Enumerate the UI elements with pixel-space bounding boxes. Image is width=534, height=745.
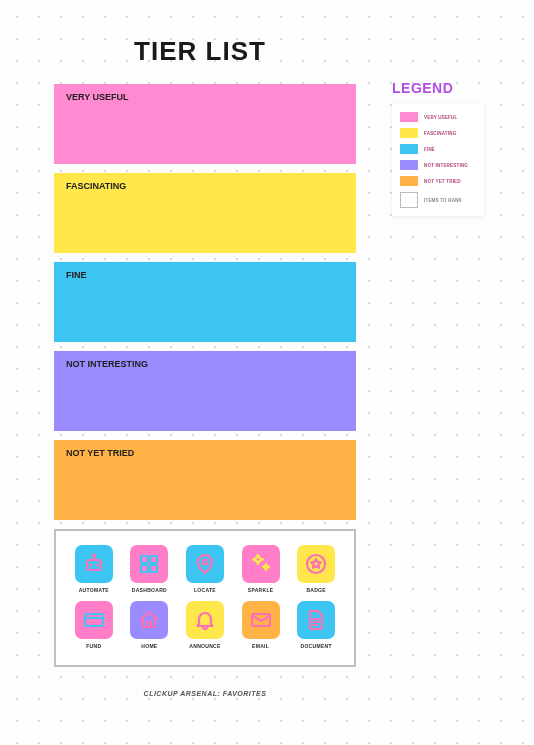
legend: LEGEND VERY USEFUL FASCINATING FINE NOT … — [392, 80, 502, 216]
pool-item-label: DASHBOARD — [132, 587, 167, 593]
pool-item-locate[interactable]: LOCATE — [180, 545, 230, 593]
swatch-orange-icon — [400, 176, 418, 186]
svg-point-10 — [307, 555, 325, 573]
pool-item-label: FUND — [86, 643, 101, 649]
page-title: TIER LIST — [0, 36, 400, 67]
items-pool[interactable]: AUTOMATEDASHBOARDLOCATESPARKLEBADGE FUND… — [54, 529, 356, 667]
grid-icon — [130, 545, 168, 583]
pin-icon — [186, 545, 224, 583]
pool-item-sparkle[interactable]: SPARKLE — [236, 545, 286, 593]
tier-label: VERY USEFUL — [66, 92, 129, 102]
svg-rect-11 — [85, 614, 103, 626]
pool-item-dashboard[interactable]: DASHBOARD — [124, 545, 174, 593]
tier-label: NOT YET TRIED — [66, 448, 134, 458]
legend-row: FINE — [400, 144, 476, 154]
tier-fascinating[interactable]: FASCINATING — [54, 173, 356, 253]
svg-rect-7 — [141, 565, 148, 572]
pool-item-label: ANNOUNCE — [189, 643, 220, 649]
bell-icon — [186, 601, 224, 639]
legend-row: NOT INTERESTING — [400, 160, 476, 170]
svg-rect-0 — [87, 560, 101, 570]
legend-label: FINE — [424, 147, 435, 152]
star-icon — [297, 545, 335, 583]
robot-icon — [75, 545, 113, 583]
pool-item-badge[interactable]: BADGE — [291, 545, 341, 593]
swatch-yellow-icon — [400, 128, 418, 138]
tier-fine[interactable]: FINE — [54, 262, 356, 342]
sparkle-icon — [242, 545, 280, 583]
card-icon — [75, 601, 113, 639]
tier-not-interesting[interactable]: NOT INTERESTING — [54, 351, 356, 431]
pool-item-label: AUTOMATE — [79, 587, 109, 593]
pool-item-document[interactable]: DOCUMENT — [291, 601, 341, 649]
mail-icon — [242, 601, 280, 639]
pool-item-label: LOCATE — [194, 587, 216, 593]
tier-column: VERY USEFUL FASCINATING FINE NOT INTERES… — [54, 84, 356, 667]
tier-label: FASCINATING — [66, 181, 126, 191]
legend-row: FASCINATING — [400, 128, 476, 138]
doc-icon — [297, 601, 335, 639]
pool-item-label: BADGE — [306, 587, 326, 593]
pool-item-label: SPARKLE — [248, 587, 274, 593]
svg-point-9 — [202, 560, 207, 565]
legend-row: NOT YET TRIED — [400, 176, 476, 186]
legend-row: ITEMS TO RANK — [400, 192, 476, 208]
pool-item-fund[interactable]: FUND — [69, 601, 119, 649]
pool-caption: CLICKUP ARSENAL: FAVORITES — [54, 690, 356, 697]
legend-label: FASCINATING — [424, 131, 456, 136]
swatch-blue-icon — [400, 144, 418, 154]
pool-item-label: HOME — [141, 643, 157, 649]
pool-item-announce[interactable]: ANNOUNCE — [180, 601, 230, 649]
svg-point-2 — [95, 564, 98, 567]
swatch-purple-icon — [400, 160, 418, 170]
svg-rect-5 — [141, 556, 148, 563]
legend-label: VERY USEFUL — [424, 115, 457, 120]
svg-point-4 — [93, 555, 95, 557]
pool-item-email[interactable]: EMAIL — [236, 601, 286, 649]
pool-item-home[interactable]: HOME — [124, 601, 174, 649]
svg-point-1 — [89, 564, 92, 567]
tier-label: FINE — [66, 270, 87, 280]
svg-rect-6 — [150, 556, 157, 563]
pool-item-label: EMAIL — [252, 643, 269, 649]
tier-not-yet-tried[interactable]: NOT YET TRIED — [54, 440, 356, 520]
legend-box: VERY USEFUL FASCINATING FINE NOT INTERES… — [392, 104, 484, 216]
swatch-pink-icon — [400, 112, 418, 122]
legend-title: LEGEND — [392, 80, 502, 96]
legend-label: ITEMS TO RANK — [424, 198, 462, 203]
legend-label: NOT INTERESTING — [424, 163, 468, 168]
legend-row: VERY USEFUL — [400, 112, 476, 122]
legend-label: NOT YET TRIED — [424, 179, 461, 184]
tier-label: NOT INTERESTING — [66, 359, 148, 369]
pool-item-automate[interactable]: AUTOMATE — [69, 545, 119, 593]
tier-very-useful[interactable]: VERY USEFUL — [54, 84, 356, 164]
home-icon — [130, 601, 168, 639]
svg-rect-13 — [147, 622, 151, 627]
svg-rect-8 — [150, 565, 157, 572]
swatch-white-icon — [400, 192, 418, 208]
pool-item-label: DOCUMENT — [301, 643, 332, 649]
